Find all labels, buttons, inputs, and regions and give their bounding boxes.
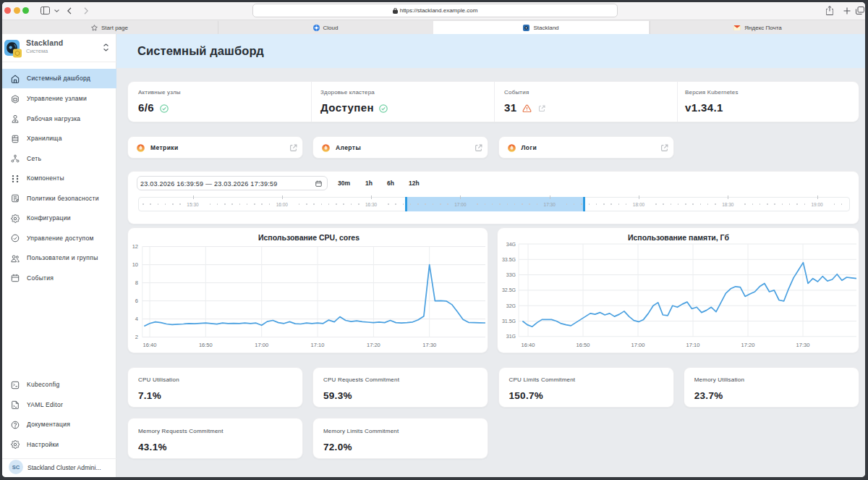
- svg-text:16:50: 16:50: [576, 342, 590, 348]
- svg-text:17:20: 17:20: [741, 342, 755, 348]
- svg-text:17:20: 17:20: [367, 342, 380, 348]
- svg-text:33.5G: 33.5G: [502, 257, 516, 262]
- svg-text:17:10: 17:10: [311, 342, 325, 348]
- svg-text:17:10: 17:10: [686, 342, 700, 348]
- svg-text:6: 6: [135, 298, 138, 304]
- svg-text:17:30: 17:30: [422, 342, 436, 348]
- svg-text:12: 12: [132, 243, 138, 250]
- svg-text:16:40: 16:40: [522, 342, 535, 348]
- svg-text:16:40: 16:40: [143, 342, 157, 348]
- svg-text:Использование CPU, cores: Использование CPU, cores: [258, 233, 359, 242]
- svg-text:10: 10: [132, 261, 138, 268]
- svg-text:33G: 33G: [506, 272, 516, 277]
- svg-text:32.5G: 32.5G: [502, 287, 516, 292]
- svg-text:2: 2: [135, 334, 138, 340]
- svg-text:8: 8: [135, 279, 138, 286]
- svg-text:17:00: 17:00: [631, 342, 645, 348]
- svg-text:32G: 32G: [506, 303, 516, 308]
- svg-text:17:30: 17:30: [796, 342, 810, 348]
- svg-text:Использование памяти, Гб: Использование памяти, Гб: [628, 233, 730, 242]
- svg-text:34G: 34G: [506, 242, 516, 247]
- svg-text:31.5G: 31.5G: [502, 319, 516, 324]
- svg-text:17:00: 17:00: [255, 342, 268, 348]
- svg-text:16:50: 16:50: [199, 342, 213, 348]
- svg-text:31G: 31G: [506, 334, 516, 339]
- svg-text:4: 4: [135, 316, 138, 322]
